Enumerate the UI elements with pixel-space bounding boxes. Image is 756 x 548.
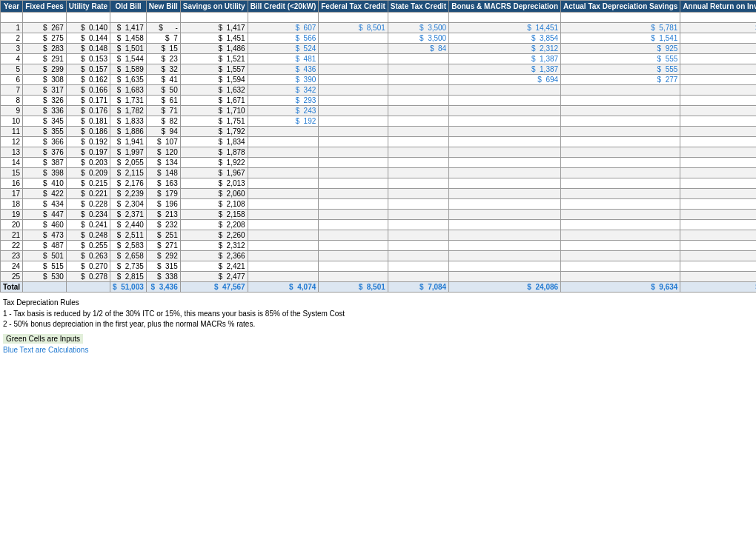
table-cell [319, 75, 388, 85]
table-cell [561, 168, 680, 178]
table-cell: $ 19,806 [680, 23, 756, 33]
table-row: 11$ 355$ 0.186$ 1,886$ 94$ 1,792$ 1,792$… [1, 127, 757, 137]
table-cell: $ 2,658 [110, 251, 147, 261]
table-cell: $ 1,792 [680, 127, 756, 137]
table-cell: 16 [1, 178, 23, 189]
total-actualtax: $ 9,634 [561, 282, 680, 293]
table-body: $ (28,336) 1$ 267$ 0.140$ 1,417$ -$ 1,41… [1, 13, 757, 282]
table-cell: $ 0.140 [66, 23, 110, 33]
green-cells-label: Green Cells are Inputs [3, 334, 753, 344]
table-cell [449, 85, 561, 96]
table-cell [561, 189, 680, 199]
notes-rule2: 2 - 50% bonus depreciation in the first … [3, 320, 753, 328]
table-cell: $ 317 [23, 85, 67, 96]
table-cell: $ 2,511 [110, 230, 147, 241]
table-cell [319, 147, 388, 158]
table-cell: $ 2,013 [680, 178, 756, 189]
table-cell [561, 137, 680, 147]
table-row: 9$ 336$ 0.176$ 1,782$ 71$ 1,710$ 243$ 1,… [1, 106, 757, 116]
table-cell: $ 232 [146, 220, 180, 230]
table-cell: $ 82 [146, 116, 180, 127]
table-cell: $ 2,440 [110, 220, 147, 230]
init-actualtax [561, 13, 680, 23]
table-cell: $ 1,964 [680, 96, 756, 106]
table-cell: $ - [146, 23, 180, 33]
table-cell: $ 515 [23, 261, 67, 272]
table-cell [319, 168, 388, 178]
table-cell: $ 271 [146, 241, 180, 251]
table-cell: $ 0.221 [66, 189, 110, 199]
table-cell [319, 230, 388, 241]
table-cell [388, 272, 448, 282]
table-cell: 6 [1, 75, 23, 85]
table-cell: $ 398 [23, 168, 67, 178]
notes-section: Tax Depreciation Rules 1 - Tax basis is … [0, 293, 756, 362]
table-cell: $ 376 [23, 147, 67, 158]
table-cell [248, 137, 319, 147]
table-cell: $ 434 [23, 199, 67, 210]
table-cell [449, 178, 561, 189]
table-cell [248, 147, 319, 158]
table-cell [248, 189, 319, 199]
table-cell [388, 230, 448, 241]
table-cell: $ 50 [146, 85, 180, 96]
table-cell: $ 1,834 [680, 137, 756, 147]
blue-label-text: Blue Text are Calculations [3, 346, 88, 354]
table-cell: $ 0.144 [66, 33, 110, 44]
table-cell: $ 32 [146, 64, 180, 75]
table-cell: $ 0.228 [66, 199, 110, 210]
table-cell [248, 220, 319, 230]
table-cell: $ 2,557 [680, 54, 756, 64]
table-cell: $ 0.197 [66, 147, 110, 158]
table-row: 10$ 345$ 0.181$ 1,833$ 82$ 1,751$ 192$ 1… [1, 116, 757, 127]
table-cell [388, 199, 448, 210]
table-cell: $ 1,683 [110, 85, 147, 96]
table-cell: $ 0.186 [66, 127, 110, 137]
table-cell: $ 1,521 [180, 54, 248, 64]
table-cell [449, 127, 561, 137]
table-cell [388, 147, 448, 158]
table-cell: $ 555 [561, 54, 680, 64]
table-cell [248, 127, 319, 137]
init-year [1, 13, 23, 23]
table-cell: $ 390 [248, 75, 319, 85]
total-state: $ 7,084 [388, 282, 448, 293]
header-state: State Tax Credit [388, 1, 448, 13]
table-cell: 11 [1, 127, 23, 137]
table-cell [388, 168, 448, 178]
table-cell: $ 1,967 [680, 168, 756, 178]
table-cell: $ 2,815 [110, 272, 147, 282]
table-cell: $ 7 [146, 33, 180, 44]
table-cell: 2 [1, 33, 23, 44]
table-cell: 4 [1, 54, 23, 64]
table-cell [449, 158, 561, 168]
table-cell [388, 251, 448, 261]
table-cell: $ 1,387 [449, 64, 561, 75]
table-cell [561, 210, 680, 220]
total-row: Total $ 51,003 $ 3,436 $ 47,567 $ 4,074 … [1, 282, 757, 293]
table-cell: $ 1,886 [110, 127, 147, 137]
table-cell [319, 44, 388, 54]
table-cell: $ 2,013 [180, 178, 248, 189]
init-newbill [146, 13, 180, 23]
table-cell: $ 134 [146, 158, 180, 168]
table-cell [561, 261, 680, 272]
table-cell [449, 199, 561, 210]
table-cell: $ 566 [248, 33, 319, 44]
table-cell: $ 15 [146, 44, 180, 54]
table-cell: $ 2,312 [449, 44, 561, 54]
table-cell: $ 1,451 [180, 33, 248, 44]
table-row: 5$ 299$ 0.157$ 1,589$ 32$ 1,557$ 436$ 1,… [1, 64, 757, 75]
table-row: 12$ 366$ 0.192$ 1,941$ 107$ 1,834$ 1,834… [1, 137, 757, 147]
table-cell [561, 272, 680, 282]
table-cell: $ 410 [23, 178, 67, 189]
init-savings [180, 13, 248, 23]
table-cell: $ 107 [146, 137, 180, 147]
header-bonus: Bonus & MACRS Depreciation [449, 1, 561, 13]
table-cell: $ 2,108 [680, 199, 756, 210]
table-cell: $ 2,158 [680, 210, 756, 220]
table-cell: $ 436 [248, 64, 319, 75]
table-cell: $ 14,451 [449, 23, 561, 33]
table-cell [388, 178, 448, 189]
header-year: Year [1, 1, 23, 13]
